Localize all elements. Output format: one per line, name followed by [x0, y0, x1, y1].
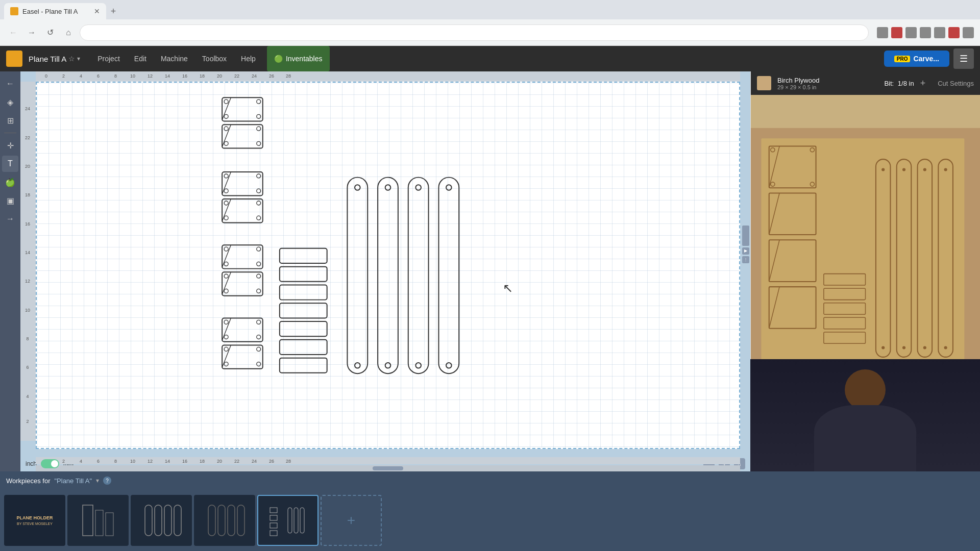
star-icon[interactable]: ☆ — [68, 55, 75, 63]
project-dropdown-icon[interactable]: ▾ — [77, 55, 80, 62]
bit-label: Bit: — [884, 80, 894, 87]
workpieces-help-icon[interactable]: ? — [103, 477, 111, 485]
sidebar-tool-arrow[interactable]: → — [2, 211, 18, 227]
svg-text:8: 8 — [26, 336, 29, 341]
svg-point-37 — [224, 141, 228, 145]
back-button[interactable]: ← — [6, 26, 20, 40]
svg-rect-80 — [280, 303, 327, 318]
menu-edit[interactable]: Edit — [127, 46, 154, 71]
sidebar-tool-back[interactable]: ← — [2, 76, 18, 92]
sidebar-tool-shapes[interactable]: ◈ — [2, 94, 18, 110]
ruler-bottom: 0 2 4 6 8 10 12 14 16 18 20 22 24 26 28 — [36, 457, 740, 464]
material-swatch — [757, 76, 771, 90]
browser-action-1[interactable] — [877, 27, 888, 38]
sidebar-tool-cursor[interactable]: ✛ — [2, 137, 18, 154]
browser-action-7[interactable] — [963, 27, 974, 38]
svg-point-43 — [224, 189, 228, 193]
reload-button[interactable]: ↺ — [43, 26, 57, 40]
browser-action-5[interactable] — [934, 27, 945, 38]
svg-text:28: 28 — [286, 459, 291, 464]
svg-text:20: 20 — [217, 459, 222, 464]
menu-machine[interactable]: Machine — [154, 46, 195, 71]
svg-line-40 — [222, 124, 231, 147]
svg-line-34 — [222, 97, 231, 120]
svg-rect-93 — [438, 178, 459, 374]
home-button[interactable]: ⌂ — [61, 26, 76, 40]
svg-rect-144 — [95, 510, 103, 536]
pro-badge: PRO — [894, 56, 911, 62]
browser-action-4[interactable] — [920, 27, 931, 38]
browser-action-6[interactable] — [948, 27, 960, 38]
svg-line-70 — [222, 318, 231, 340]
sidebar-divider-1 — [4, 133, 16, 133]
svg-rect-87 — [378, 178, 398, 374]
video-overlay — [750, 359, 980, 471]
svg-point-88 — [385, 185, 391, 190]
sidebar-tool-text[interactable]: T — [2, 156, 18, 172]
add-workpiece-button[interactable]: + — [321, 495, 382, 546]
scroll-right-up[interactable] — [742, 226, 749, 246]
svg-text:26: 26 — [269, 459, 274, 464]
settings-button[interactable]: ☰ — [953, 48, 974, 69]
workpiece-thumb-4[interactable] — [194, 495, 255, 546]
workpieces-dropdown-icon[interactable]: ▾ — [96, 477, 99, 484]
svg-point-57 — [257, 262, 261, 266]
carve-label: Carve... — [913, 55, 939, 63]
sidebar-tool-grid[interactable]: ⊞ — [2, 112, 18, 129]
carve-button[interactable]: PRO Carve... — [884, 51, 949, 67]
svg-text:16: 16 — [25, 221, 30, 227]
menu-toolbox[interactable]: Toolbox — [195, 46, 234, 71]
active-tab[interactable]: Easel - Plane Till A ✕ — [4, 3, 106, 19]
svg-point-31 — [224, 114, 228, 118]
svg-rect-160 — [300, 508, 304, 533]
sidebar-tool-box[interactable]: ▣ — [2, 192, 18, 209]
tab-close-button[interactable]: ✕ — [94, 7, 100, 15]
workpiece-thumb-2[interactable] — [67, 495, 129, 546]
address-bar[interactable] — [80, 24, 869, 41]
svg-rect-81 — [280, 321, 327, 336]
svg-rect-155 — [270, 515, 277, 520]
svg-point-140 — [923, 346, 926, 349]
canvas-container[interactable]: 0 2 4 6 8 10 12 14 16 18 20 22 24 26 — [20, 71, 750, 456]
svg-text:16: 16 — [182, 459, 187, 464]
canvas-right-controls: ▶ ⋮ — [742, 226, 749, 263]
scrollbar-thumb[interactable] — [373, 466, 403, 470]
svg-point-73 — [224, 362, 228, 366]
unit-label-inch: inch — [26, 460, 37, 467]
arrow-dots-icon[interactable]: ⋮ — [742, 256, 749, 263]
designs-svg: ↖ — [37, 83, 739, 448]
svg-text:4: 4 — [80, 459, 82, 464]
svg-point-75 — [257, 362, 261, 366]
svg-point-63 — [257, 289, 261, 293]
sidebar-tool-apple[interactable]: 🍏 — [2, 174, 18, 190]
thumb-4-svg — [204, 503, 245, 538]
forward-button[interactable]: → — [24, 26, 39, 40]
svg-point-95 — [446, 363, 452, 368]
svg-text:12: 12 — [25, 279, 30, 284]
workpiece-thumb-3[interactable] — [131, 495, 192, 546]
menu-help[interactable]: Help — [234, 46, 263, 71]
add-material-button[interactable]: + — [920, 78, 926, 89]
unit-toggle-switch[interactable] — [41, 459, 59, 468]
workpiece-thumb-1[interactable]: PLANE HOLDER BY STEVE MOSELEY — [4, 495, 65, 546]
arrow-right-icon[interactable]: ▶ — [742, 247, 749, 255]
cut-settings-button[interactable]: Cut Settings — [938, 80, 974, 87]
svg-point-85 — [355, 185, 360, 190]
horizontal-scrollbar[interactable] — [36, 465, 740, 471]
workpiece-thumb-5[interactable] — [257, 495, 318, 546]
left-sidebar: ← ◈ ⊞ ✛ T 🍏 ▣ → — [0, 71, 20, 471]
menu-project[interactable]: Project — [90, 46, 127, 71]
svg-text:10: 10 — [130, 73, 135, 79]
ruler-top: 0 2 4 6 8 10 12 14 16 18 20 22 24 26 — [36, 71, 740, 82]
new-tab-button[interactable]: + — [106, 4, 120, 18]
svg-rect-151 — [218, 505, 225, 536]
svg-rect-157 — [270, 531, 277, 536]
inventables-button[interactable]: 🟢 Inventables — [267, 46, 330, 71]
design-canvas-wrapper[interactable]: ↖ — [36, 82, 740, 449]
svg-text:↖: ↖ — [503, 281, 513, 295]
browser-action-2[interactable] — [891, 27, 902, 38]
svg-point-62 — [257, 274, 261, 278]
svg-rect-113 — [761, 138, 964, 378]
svg-text:18: 18 — [25, 192, 30, 197]
browser-action-3[interactable] — [905, 27, 917, 38]
